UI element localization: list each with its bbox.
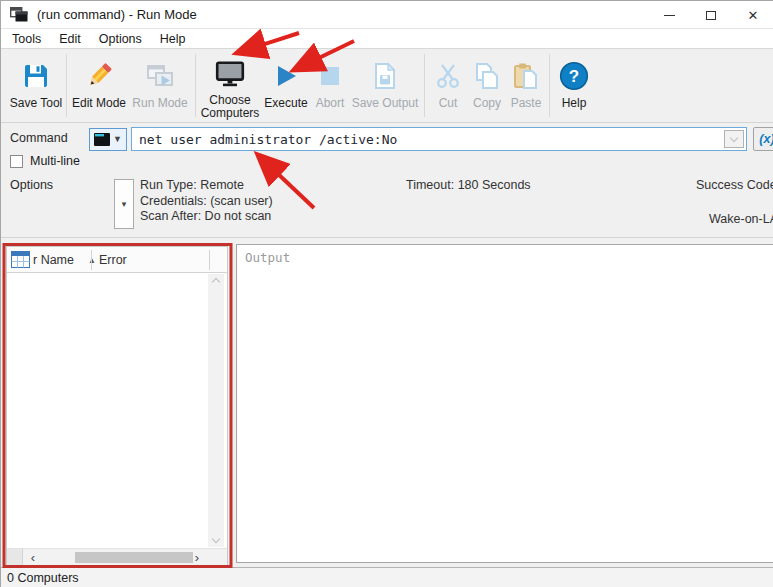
- options-summary: Run Type: Remote Credentials: (scan user…: [140, 178, 273, 225]
- cut-label: Cut: [439, 97, 458, 110]
- column-divider[interactable]: [91, 250, 92, 270]
- close-button[interactable]: ✕: [732, 1, 773, 29]
- app-window: (run command) - Run Mode ✕ Tools Edit Op…: [0, 0, 773, 587]
- column-header-name[interactable]: r Name ▲: [33, 247, 96, 273]
- help-icon: ?: [559, 55, 589, 97]
- output-panel[interactable]: Output: [236, 244, 773, 563]
- status-bar: 0 Computers: [1, 567, 773, 587]
- options-dropdown-button[interactable]: ▾: [114, 179, 134, 229]
- run-type-value: Run Type: Remote: [140, 178, 273, 194]
- title-bar: (run command) - Run Mode ✕: [1, 1, 773, 29]
- paste-button: Paste: [506, 51, 546, 120]
- maximize-icon: [706, 11, 716, 20]
- run-mode-icon: [146, 55, 175, 97]
- help-label: Help: [562, 97, 587, 110]
- choose-computers-label: Choose Computers: [199, 94, 261, 120]
- command-row: Command ▼ (x) Multi-line: [1, 123, 773, 171]
- window-title: (run command) - Run Mode: [37, 7, 197, 22]
- computer-count: 0 Computers: [7, 571, 79, 585]
- variables-button[interactable]: (x): [753, 127, 773, 151]
- toolbar: Save Tool Edit Mode: [1, 49, 773, 123]
- toolbar-separator: [424, 54, 425, 117]
- scrollbar-thumb[interactable]: [75, 552, 193, 563]
- scan-after-value: Scan After: Do not scan: [140, 209, 273, 225]
- menu-tools[interactable]: Tools: [3, 32, 50, 46]
- scroll-up-icon: [212, 278, 220, 286]
- save-icon: [22, 55, 50, 97]
- scissors-icon: [436, 55, 460, 97]
- scroll-down-icon: [212, 535, 220, 543]
- multiline-checkbox[interactable]: [10, 155, 23, 168]
- pencil-icon: [84, 55, 114, 97]
- help-button[interactable]: ? Help: [553, 51, 595, 120]
- grid-header: r Name ▲ Error: [7, 247, 227, 273]
- chevron-down-icon: [730, 133, 738, 141]
- copy-icon: [474, 55, 501, 97]
- menu-options[interactable]: Options: [90, 32, 151, 46]
- play-icon: [275, 55, 298, 97]
- command-history-dropdown[interactable]: [724, 130, 744, 148]
- chevron-down-icon: ▾: [122, 200, 127, 209]
- wake-on-lan-label: Wake-on-LA: [709, 212, 773, 226]
- abort-label: Abort: [316, 97, 345, 110]
- copy-button: Copy: [468, 51, 506, 120]
- monitor-icon: [215, 55, 245, 94]
- grid-horizontal-scrollbar[interactable]: ‹ ›: [7, 548, 227, 565]
- execute-button[interactable]: Execute: [261, 51, 311, 120]
- options-row: Options ▾ Run Type: Remote Credentials: …: [1, 171, 773, 238]
- toolbar-separator: [549, 54, 550, 117]
- choose-computers-button[interactable]: Choose Computers: [199, 51, 261, 120]
- cut-button: Cut: [428, 51, 468, 120]
- menu-bar: Tools Edit Options Help: [1, 29, 773, 49]
- svg-text:?: ?: [569, 67, 579, 86]
- paste-label: Paste: [511, 97, 542, 110]
- timeout-value: Timeout: 180 Seconds: [406, 178, 531, 192]
- app-icon: [10, 7, 28, 22]
- abort-button: Abort: [311, 51, 349, 120]
- scroll-left-icon[interactable]: ‹: [25, 549, 41, 565]
- save-document-icon: [372, 55, 398, 97]
- table-icon: [11, 251, 30, 268]
- save-output-label: Save Output: [352, 97, 419, 110]
- column-chooser-button[interactable]: [10, 250, 30, 269]
- toolbar-separator: [66, 54, 67, 117]
- run-mode-button: Run Mode: [128, 51, 192, 120]
- run-mode-label: Run Mode: [132, 97, 187, 110]
- paste-icon: [513, 55, 539, 97]
- close-icon: ✕: [748, 9, 759, 22]
- success-codes-label: Success Codes:: [696, 178, 773, 192]
- save-tool-label: Save Tool: [10, 97, 62, 110]
- command-input[interactable]: [132, 128, 746, 150]
- column-divider[interactable]: [209, 250, 210, 270]
- menu-edit[interactable]: Edit: [50, 32, 90, 46]
- execute-label: Execute: [264, 97, 307, 110]
- command-type-dropdown[interactable]: ▼: [89, 128, 127, 151]
- minimize-button[interactable]: [648, 1, 690, 29]
- copy-label: Copy: [473, 97, 501, 110]
- multiline-label: Multi-line: [30, 154, 80, 168]
- maximize-button[interactable]: [690, 1, 732, 29]
- computers-grid: r Name ▲ Error ‹ ›: [6, 246, 228, 566]
- toolbar-separator: [195, 54, 196, 117]
- scrollbar-corner: [7, 549, 23, 565]
- menu-help[interactable]: Help: [151, 32, 195, 46]
- edit-mode-label: Edit Mode: [72, 97, 126, 110]
- save-tool-button[interactable]: Save Tool: [9, 51, 63, 120]
- main-area: r Name ▲ Error ‹ › Output: [1, 238, 773, 569]
- edit-mode-button[interactable]: Edit Mode: [70, 51, 128, 120]
- stop-icon: [320, 55, 340, 97]
- credentials-value: Credentials: (scan user): [140, 194, 273, 210]
- options-label: Options: [10, 178, 53, 192]
- save-output-button: Save Output: [349, 51, 421, 120]
- minimize-icon: [664, 15, 675, 16]
- command-input-wrap: [131, 127, 747, 151]
- scroll-right-icon[interactable]: ›: [189, 549, 205, 565]
- grid-vertical-scrollbar[interactable]: [208, 274, 224, 547]
- column-header-error[interactable]: Error: [99, 247, 127, 273]
- output-placeholder: Output: [245, 250, 290, 265]
- chevron-down-icon: ▼: [113, 135, 122, 144]
- console-icon: [94, 133, 110, 146]
- command-label: Command: [10, 131, 68, 145]
